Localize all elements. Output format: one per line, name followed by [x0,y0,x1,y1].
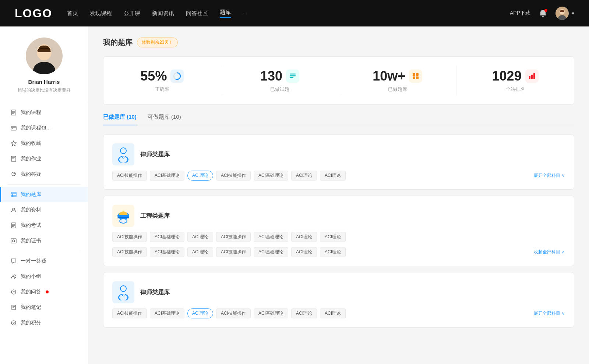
sidebar-item-my-course-package[interactable]: 我的课程包... [0,120,88,136]
tag-item[interactable]: ACI基础理论 [150,247,184,257]
sidebar-item-my-qa[interactable]: ? 我的答疑 [0,167,88,182]
sidebar-label: 我的积分 [21,320,41,326]
tag-item[interactable]: ACI理论 [291,308,317,318]
stat-label: 已做题库 [388,86,407,93]
course-icon [10,109,17,116]
tab-done[interactable]: 已做题库 (10) [103,114,137,125]
tag-item[interactable]: ACI理论 [291,232,317,242]
tag-item[interactable]: ACI理论 [291,247,317,257]
nav-qbank[interactable]: 题库 [220,9,231,18]
stat-row: 1029 [492,68,539,84]
sidebar-item-my-profile[interactable]: 我的资料 [0,202,88,218]
tag-item[interactable]: ACI基础理论 [254,232,288,242]
navbar: LOGO 首页 发现课程 公开课 新闻资讯 问答社区 题库 ··· APP下载 [0,0,589,26]
sidebar-item-my-qbank[interactable]: 我的题库 [0,187,88,202]
stat-label: 正确率 [155,86,169,93]
expand-link[interactable]: 展开全部科目 ∨ [534,310,565,317]
svg-point-37 [13,322,14,324]
nav-qa[interactable]: 问答社区 [186,10,208,17]
tag-item-active[interactable]: ACI理论 [187,171,213,181]
stat-row: 10w+ [373,68,422,84]
question-icon: ? [10,289,17,295]
svg-rect-28 [11,239,16,243]
svg-rect-41 [290,75,296,76]
grid-icon [409,69,422,83]
sidebar-item-my-group[interactable]: 我的小组 [0,269,88,284]
sidebar-item-my-course[interactable]: 我的课程 [0,105,88,120]
sidebar-label: 我的收藏 [21,140,41,147]
tag-item[interactable]: ACI技能操作 [112,247,147,257]
qbank-header: 律师类题库 [112,281,565,303]
nav-opencourse[interactable]: 公开课 [124,10,140,17]
svg-text:?: ? [13,290,15,294]
tag-item-active[interactable]: ACI理论 [187,308,213,318]
tab-available[interactable]: 可做题库 (10) [148,114,181,125]
sidebar-item-my-notes[interactable]: 我的笔记 [0,300,88,315]
stat-done-banks: 10w+ 已做题库 [339,65,457,96]
qbank-header: 律师类题库 [112,143,565,165]
tag-item[interactable]: ACI技能操作 [112,308,147,318]
tag-item[interactable]: ACI理论 [320,247,346,257]
svg-point-29 [13,240,15,242]
sidebar-label: 我的证书 [21,238,41,244]
nav-news[interactable]: 新闻资讯 [152,10,174,17]
svg-rect-40 [290,74,296,75]
tag-item[interactable]: ACI技能操作 [112,171,147,181]
svg-marker-13 [11,141,16,146]
tag-item[interactable]: ACI理论 [320,232,346,242]
svg-text:?: ? [13,172,15,176]
tag-item[interactable]: ACI基础理论 [150,171,184,181]
bar-chart-icon [525,69,539,83]
nav-menu: 首页 发现课程 公开课 新闻资讯 问答社区 题库 ··· [67,9,495,18]
qbank-item-lawyer: 律师类题库 ACI技能操作 ACI基础理论 ACI理论 ACI技能操作 ACI基… [103,134,574,190]
nav-home[interactable]: 首页 [67,10,78,17]
tag-item[interactable]: ACI基础理论 [254,247,288,257]
qbank-icon-engineering [112,205,134,227]
accuracy-icon [170,69,184,83]
svg-rect-48 [531,75,533,79]
tag-item[interactable]: ACI基础理论 [150,232,184,242]
list-icon [286,69,299,83]
tabs: 已做题库 (10) 可做题库 (10) [103,114,574,125]
svg-point-59 [120,219,127,223]
user-menu[interactable]: ▾ [556,7,574,20]
sidebar-item-my-points[interactable]: 我的积分 [0,315,88,331]
tag-item[interactable]: ACI理论 [291,171,317,181]
svg-rect-44 [416,73,419,76]
tag-item[interactable]: ACI基础理论 [254,308,288,318]
sidebar-item-my-questions[interactable]: ? 我的问答 [0,284,88,300]
nav-discover[interactable]: 发现课程 [90,10,112,17]
profile-name: Brian Harris [7,79,81,85]
sidebar-item-my-collection[interactable]: 我的收藏 [0,136,88,151]
stat-done-questions: 130 已做试题 [221,65,339,96]
nav-more[interactable]: ··· [243,10,247,17]
tag-item[interactable]: ACI技能操作 [216,232,251,242]
tag-item[interactable]: ACI基础理论 [150,308,184,318]
tag-item[interactable]: ACI技能操作 [216,247,251,257]
tag-item[interactable]: ACI理论 [187,232,213,242]
tag-item[interactable]: ACI基础理论 [254,171,288,181]
tag-item[interactable]: ACI理论 [320,308,346,318]
notification-bell[interactable] [538,8,548,18]
sidebar-label: 我的作业 [21,156,41,162]
tag-item[interactable]: ACI理论 [187,247,213,257]
sidebar-item-one-on-one[interactable]: 一对一答疑 [0,253,88,269]
tag-item[interactable]: ACI技能操作 [112,232,147,242]
sidebar-item-my-exam[interactable]: 我的考试 [0,218,88,233]
page-title: 我的题库 [103,38,133,47]
svg-rect-56 [118,215,128,217]
tag-item[interactable]: ACI理论 [320,171,346,181]
qbank-item-lawyer2: 律师类题库 ACI技能操作 ACI基础理论 ACI理论 ACI技能操作 ACI基… [103,272,574,328]
divider2 [7,251,81,251]
collapse-link[interactable]: 收起全部科目 ∧ [534,249,565,255]
sidebar-item-my-homework[interactable]: 我的作业 [0,151,88,167]
sidebar-item-my-cert[interactable]: 我的证书 [0,233,88,249]
expand-link[interactable]: 展开全部科目 ∨ [534,172,565,179]
chat-icon [10,258,17,264]
app-download-button[interactable]: APP下载 [510,10,530,17]
sidebar-label: 我的考试 [21,222,41,229]
tag-item[interactable]: ACI技能操作 [216,171,251,181]
qbank-icon [10,191,17,198]
tag-item[interactable]: ACI技能操作 [216,308,251,318]
svg-rect-46 [416,76,419,79]
